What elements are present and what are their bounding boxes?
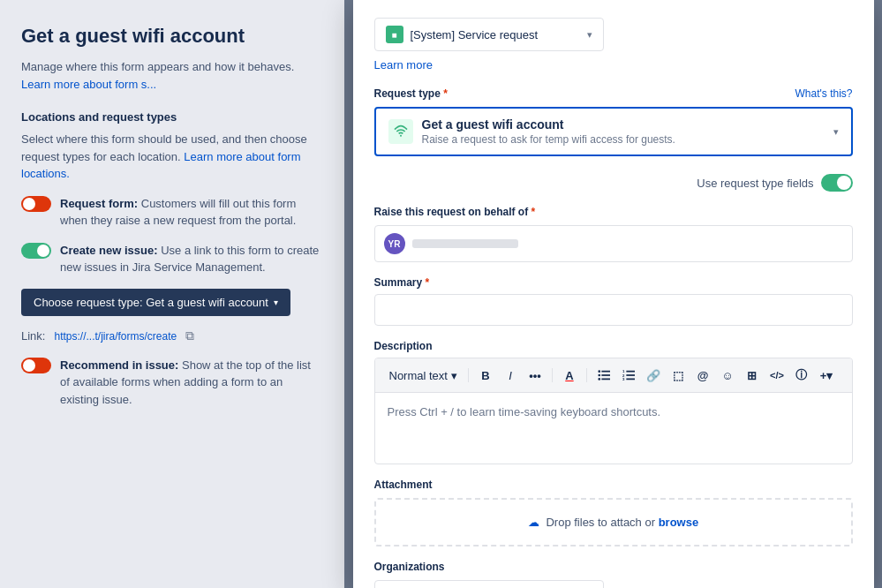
emoji-button[interactable]: ☺ [716,364,739,387]
svg-rect-8 [626,374,635,376]
section-title: Locations and request types [21,110,323,124]
summary-input[interactable] [374,294,853,326]
numbered-list-button[interactable]: 123 [617,364,640,387]
browse-link[interactable]: browse [659,516,699,529]
request-form-toggle-row: Request form: Customers will fill out th… [21,195,323,230]
choose-button-label: Choose request type: Get a guest wifi ac… [34,296,268,309]
mention-button[interactable]: @ [691,364,714,387]
create-issue-toggle-row: Create new issue: Use a link to this for… [21,242,323,276]
modal-dialog: ■ [System] Service request ▾ Learn more … [353,0,874,588]
desc-label: Description [374,340,853,352]
svg-point-6 [598,378,600,381]
modal-overlay: ■ [System] Service request ▾ Learn more … [344,0,882,588]
svg-text:3: 3 [622,377,625,381]
request-type-desc: Raise a request to ask for temp wifi acc… [422,133,825,146]
fields-toggle-row: Use request type fields [374,174,853,192]
request-type-name: Get a guest wifi account [422,117,825,132]
modal-learn-more[interactable]: Learn more [374,58,853,72]
service-name: [System] Service request [411,28,580,41]
request-type-label: Request type * [374,87,448,100]
bold-button[interactable]: B [474,364,497,387]
image-button[interactable]: ⬚ [667,364,690,387]
request-type-chevron-icon: ▾ [833,126,839,138]
recommend-toggle-row: Recommend in issue: Show at the top of t… [21,357,323,409]
more-insert-button[interactable]: +▾ [815,364,838,387]
copy-icon[interactable]: ⧉ [185,328,194,343]
toolbar-separator-2 [552,368,553,382]
info-button[interactable]: ⓘ [790,364,813,387]
upload-cloud-icon: ☁ [528,516,539,529]
create-issue-toggle[interactable] [21,243,51,259]
choose-request-type-button[interactable]: Choose request type: Get a guest wifi ac… [21,289,290,316]
recommend-label: Recommend in issue: Show at the top of t… [60,357,323,409]
request-form-toggle[interactable] [21,196,51,212]
org-select[interactable]: Select organization [374,580,604,588]
attachment-drop-zone[interactable]: ☁ Drop files to attach or browse [374,498,853,547]
svg-rect-9 [626,379,635,381]
summary-label: Summary * [374,276,853,289]
request-type-field-row: Request type * What's this? [374,87,853,100]
table-button[interactable]: ⊞ [741,364,764,387]
format-label: Normal text [389,369,448,382]
attachment-text: Drop files to attach or [546,516,655,529]
italic-button[interactable]: I [499,364,522,387]
create-issue-label: Create new issue: Use a link to this for… [60,242,323,276]
fields-toggle-label: Use request type fields [697,177,813,190]
recommend-toggle[interactable] [21,358,51,373]
page-title: Get a guest wifi account [21,25,323,48]
whats-this-link[interactable]: What's this? [795,87,853,100]
form-link-row: Link: https://...t/jira/forms/create ⧉ [21,328,323,344]
svg-point-4 [598,370,600,373]
link-label: Link: [21,329,45,343]
editor-body[interactable]: Press Ctrl + / to learn time-saving keyb… [375,393,852,464]
user-name-blurred [412,239,518,248]
editor-placeholder: Press Ctrl + / to learn time-saving keyb… [388,405,661,418]
org-label: Organizations [374,561,853,573]
text-color-button[interactable]: A [558,364,581,387]
service-icon: ■ [386,26,403,43]
service-selector[interactable]: ■ [System] Service request ▾ [374,18,604,51]
wifi-icon [388,119,413,144]
toolbar-separator-1 [468,368,469,382]
code-button[interactable]: </> [765,364,788,387]
description-editor: Normal text ▾ B I ••• A 123 [374,358,853,464]
user-avatar: YR [384,233,405,254]
link-button[interactable]: 🔗 [642,364,665,387]
form-link-url: https://...t/jira/forms/create [50,328,180,344]
svg-rect-3 [601,379,610,381]
format-selector-button[interactable]: Normal text ▾ [384,366,463,385]
page-subtitle: Manage where this form appears and how i… [21,58,323,93]
request-info: Get a guest wifi account Raise a request… [422,117,825,146]
section-desc: Select where this form should be used, a… [21,131,323,183]
behalf-user-input[interactable]: YR [374,225,853,262]
behalf-label: Raise this request on behalf of * [374,206,853,218]
request-form-label: Request form: Customers will fill out th… [60,195,323,230]
editor-toolbar: Normal text ▾ B I ••• A 123 [375,358,852,393]
service-chevron-icon: ▾ [587,29,592,41]
chevron-down-icon: ▾ [274,298,278,307]
modal-content: ■ [System] Service request ▾ Learn more … [353,0,874,588]
learn-more-link[interactable]: Learn more about form s... [21,78,156,91]
svg-rect-2 [601,374,610,376]
format-chevron-icon: ▾ [451,369,457,382]
fields-toggle-switch[interactable] [821,174,853,192]
toolbar-separator-3 [586,368,587,382]
left-panel: Get a guest wifi account Manage where th… [0,0,344,588]
svg-point-0 [400,135,402,137]
request-type-selector[interactable]: Get a guest wifi account Raise a request… [374,107,853,156]
form-locations-link[interactable]: Learn more about form locations. [21,150,301,181]
svg-rect-1 [601,371,610,373]
svg-rect-7 [626,371,635,373]
attachment-label: Attachment [374,479,853,491]
bullet-list-button[interactable] [592,364,615,387]
more-options-button[interactable]: ••• [524,364,547,387]
svg-point-5 [598,374,600,377]
